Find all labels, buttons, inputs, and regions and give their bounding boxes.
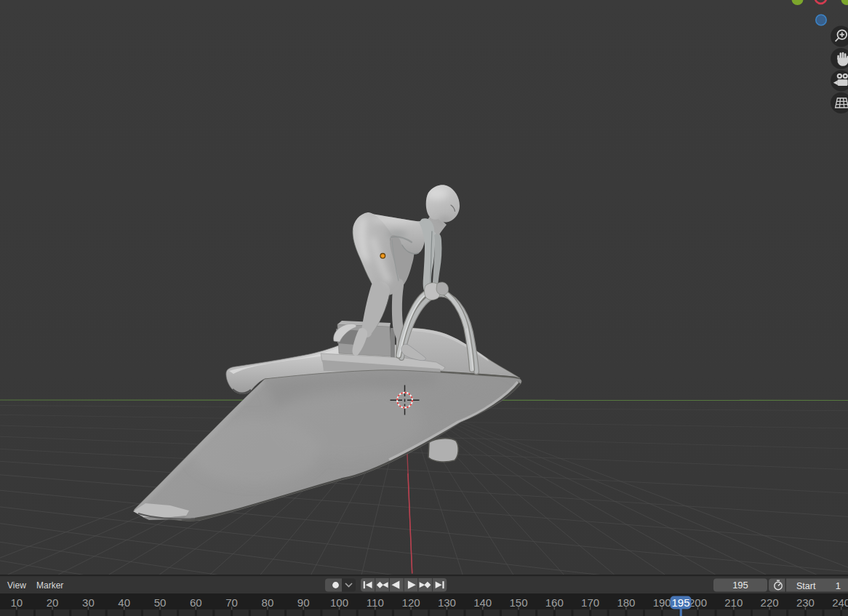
svg-text:130: 130 xyxy=(438,596,456,609)
svg-text:110: 110 xyxy=(367,596,384,609)
svg-text:160: 160 xyxy=(545,596,564,609)
svg-text:140: 140 xyxy=(473,596,492,609)
svg-text:210: 210 xyxy=(724,596,743,609)
svg-text:1: 1 xyxy=(836,580,841,591)
svg-text:200: 200 xyxy=(689,596,707,609)
svg-text:10: 10 xyxy=(10,596,23,609)
svg-text:30: 30 xyxy=(82,596,95,609)
svg-text:70: 70 xyxy=(225,596,238,609)
svg-text:Start: Start xyxy=(796,581,816,591)
svg-text:Marker: Marker xyxy=(36,580,63,591)
svg-text:90: 90 xyxy=(297,596,310,609)
svg-text:195: 195 xyxy=(732,580,748,591)
svg-text:100: 100 xyxy=(330,596,348,609)
svg-text:80: 80 xyxy=(262,596,274,609)
svg-text:195: 195 xyxy=(671,596,689,609)
svg-text:50: 50 xyxy=(154,596,167,609)
svg-text:180: 180 xyxy=(617,596,635,609)
svg-text:20: 20 xyxy=(47,596,59,609)
svg-text:170: 170 xyxy=(581,596,599,609)
svg-text:190: 190 xyxy=(653,596,671,609)
svg-text:120: 120 xyxy=(402,596,420,609)
svg-text:View: View xyxy=(7,580,26,591)
svg-text:220: 220 xyxy=(761,596,779,609)
svg-text:240: 240 xyxy=(832,596,848,609)
svg-text:150: 150 xyxy=(509,596,527,609)
svg-text:40: 40 xyxy=(118,596,130,609)
svg-text:230: 230 xyxy=(796,596,815,609)
svg-text:60: 60 xyxy=(190,596,202,609)
